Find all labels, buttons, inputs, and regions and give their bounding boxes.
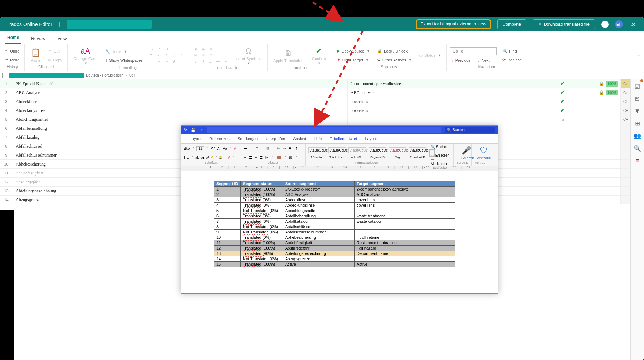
word-tab-review[interactable]: Überprüfen [265, 137, 285, 141]
word-find[interactable]: 🔍 Suchen ˅ [431, 145, 450, 153]
word-table-row[interactable]: 12Translated (100%)AbsturzgefahrFall haz… [214, 246, 455, 251]
panel-people-icon[interactable]: 👥 [634, 132, 641, 140]
word-titlebar[interactable]: ↻ 💾 ▼ 🔍Suchen [181, 126, 498, 134]
word-table-row[interactable]: 4Translated (0%)Abdeckungslinsecover len… [214, 203, 455, 208]
segment-row[interactable]: 5Abdichtungsmittel🗎C+ [0, 115, 630, 124]
panel-search-icon[interactable]: 🔍 [634, 145, 641, 152]
undo-button[interactable]: ↶Undo [4, 48, 21, 54]
tab-review[interactable]: Review [29, 33, 47, 44]
status-button[interactable]: ▭Status▼ [418, 52, 443, 59]
apply-translation-button[interactable]: 🗎Apply Translation [271, 48, 306, 64]
word-tab-layout2[interactable]: Layout [365, 137, 377, 141]
complete-button[interactable]: Complete [497, 19, 526, 29]
word-table-row[interactable]: 11Translated (100%)AbriebfestigkeitResis… [214, 240, 455, 246]
word-document-body[interactable]: ✢ Segment IDSegment statusSource segment… [181, 171, 498, 293]
word-search-input[interactable]: 🔍Suchen [445, 127, 495, 133]
export-bilingual-button[interactable]: Export for bilingual external review [416, 19, 491, 29]
style-preset[interactable]: AaBbCcDcLockedCo… [348, 147, 366, 159]
collapse-ribbon-icon[interactable]: ⌃ [637, 54, 641, 60]
word-table-row[interactable]: 1Translated (100%)2K-Epoxid-Klebstoff2-c… [214, 187, 455, 192]
tab-view[interactable]: View [55, 33, 69, 44]
previous-button[interactable]: ↑Previous [450, 57, 472, 64]
segment-number: 3 [0, 97, 13, 106]
confirm-button[interactable]: ✔Confirm▼ [310, 46, 328, 66]
goto-input[interactable] [450, 47, 497, 55]
panel-list-icon[interactable]: ≡ [636, 157, 639, 164]
word-table-row[interactable]: 7Translated (0%)Abfallkatalogwaste catal… [214, 219, 455, 224]
lock-unlock-button[interactable]: 🔒Lock / Unlock [376, 48, 413, 54]
word-table-row[interactable]: 14Not Translated (0%)Abzugsgrenze [214, 256, 455, 262]
target-cell[interactable]: cover·lens [348, 97, 557, 106]
word-sensitivity[interactable]: Vertrauli [477, 156, 491, 160]
word-group-font: Schriftart [184, 161, 238, 164]
close-icon[interactable]: ✕ [629, 20, 638, 28]
word-tab-layout[interactable]: Layout [190, 137, 201, 141]
avatar[interactable]: EH [615, 20, 623, 28]
panel-filter-icon[interactable]: ▼ [634, 108, 640, 115]
context-badge [620, 133, 630, 142]
segment-row[interactable]: 2ABC-AnalyseABC·analysis✔🔒100%C+ [0, 88, 630, 97]
word-table-row[interactable]: 3Translated (0%)Abdecklinsecover lens [214, 197, 455, 203]
style-preset[interactable]: AaBbCcDcSegmentID [369, 147, 386, 159]
table-move-handle-icon[interactable]: ✢ [207, 181, 211, 185]
word-table-row[interactable]: 8Not Translated (0%)Abfallschlüssel [214, 224, 455, 230]
segment-status-cell: ✔🔒100% [557, 88, 620, 97]
panel-check-icon[interactable]: ☑ [635, 83, 640, 90]
target-cell[interactable]: 2-component·epoxy·adhesive [348, 79, 557, 88]
change-case-button[interactable]: aAChange Case▼ [71, 46, 99, 66]
word-tab-view[interactable]: Ansicht [293, 137, 306, 141]
word-tab-mailings[interactable]: Sendungen [238, 137, 258, 141]
show-whitespaces-button[interactable]: ¶Show Whitespaces [104, 57, 144, 64]
word-select[interactable]: ▭ Markieren ˅ [431, 158, 450, 166]
clear-target-button[interactable]: ✦Clear Target▼ [336, 56, 372, 63]
tools-button[interactable]: 🔧Tools▼ [104, 48, 144, 55]
segment-row[interactable]: 12K-Epoxid-Klebstoff2-component·epoxy·ad… [0, 79, 630, 88]
font-size[interactable]: 11 [196, 146, 204, 151]
word-table-row[interactable]: 10Translated (0%)Abhebesicherung lift-of… [214, 235, 455, 240]
word-table-row[interactable]: 2Translated (100%)ABC-AnalyseABC analysi… [214, 192, 455, 197]
style-preset[interactable]: AaBbCcDc¶ Kein Lee… [328, 147, 346, 159]
source-cell[interactable]: Abdeckungslinse [13, 106, 348, 115]
next-button[interactable]: ↓Next [476, 57, 491, 64]
source-cell[interactable]: 2K-Epoxid-Klebstoff [13, 79, 348, 88]
find-button[interactable]: 🔍Find [501, 48, 523, 54]
match-badge: 100% [606, 81, 618, 87]
redo-button[interactable]: ↷Redo [4, 56, 21, 63]
style-preset[interactable]: AaBbCcDc¶ Standard [308, 147, 326, 159]
segment-row[interactable]: 3Abdecklinsecover·lens✔C+ [0, 97, 630, 106]
word-replace[interactable]: ↔ Ersetzen [431, 153, 450, 157]
word-tab-tabledesign[interactable]: Tabellenentwurf [330, 137, 357, 141]
copy-source-button[interactable]: ▶Copy Source▼ [336, 48, 372, 54]
style-preset[interactable]: AaBbCcDcTransUnitID [409, 147, 426, 159]
word-table-row[interactable]: 15Translated (100%)ActiveActive [214, 262, 455, 267]
target-cell[interactable]: ABC·analysis [348, 88, 557, 97]
target-cell[interactable] [348, 115, 557, 124]
word-table-row[interactable]: 13Translated (90%)AbteilungsbezeichnungD… [214, 251, 455, 256]
tab-home[interactable]: Home [5, 32, 21, 44]
word-table-row[interactable]: 9Not Translated (0%)Abfallschlüsselnumme… [214, 230, 455, 235]
info-icon[interactable]: i [601, 21, 609, 28]
segment-row[interactable]: 4Abdeckungslinsecover·lens✔C+ [0, 106, 630, 115]
replace-button[interactable]: ⟳Replace [501, 56, 523, 63]
word-group-sensitivity: Vertraul [474, 161, 487, 164]
style-preset[interactable]: AaBbCcDcTag [389, 147, 406, 159]
font-name[interactable]: ːtkö [184, 147, 190, 151]
word-tab-help[interactable]: Hilfe [314, 137, 322, 141]
insert-symbols-button[interactable]: ΩInsert Symbols▼ [233, 46, 264, 66]
panel-tm-icon[interactable]: ⊞ [635, 120, 640, 127]
target-cell[interactable]: cover·lens [348, 106, 557, 115]
cut-button[interactable]: ✂Cut [47, 48, 64, 54]
word-ribbon: ːtkö˅ 11˅ A^AˇAa˅A̶ IU˅abx₂x² A˅ℒ˅A˅ Sch… [181, 144, 498, 166]
segment-status-cell [557, 124, 620, 133]
word-tab-references[interactable]: Referenzen [209, 137, 230, 141]
source-cell[interactable]: ABC-Analyse [13, 88, 348, 97]
source-cell[interactable]: Abdichtungsmittel [13, 115, 348, 124]
copy-button[interactable]: ⧉Copy [47, 56, 64, 63]
source-cell[interactable]: Abdecklinse [13, 97, 348, 106]
panel-document-icon[interactable]: 🗎 [634, 95, 640, 103]
paste-button[interactable]: 📋Paste [28, 48, 43, 63]
download-translated-button[interactable]: ⬇Download translated file [533, 19, 595, 29]
word-table-row[interactable]: 6Translated (0%)Abfallbehandlungwaste tr… [214, 213, 455, 219]
word-table-row[interactable]: 5Not Translated (0%)Abdichtungsmittel [214, 208, 455, 213]
other-actions-button[interactable]: ⚙Other Actions▼ [376, 56, 413, 63]
